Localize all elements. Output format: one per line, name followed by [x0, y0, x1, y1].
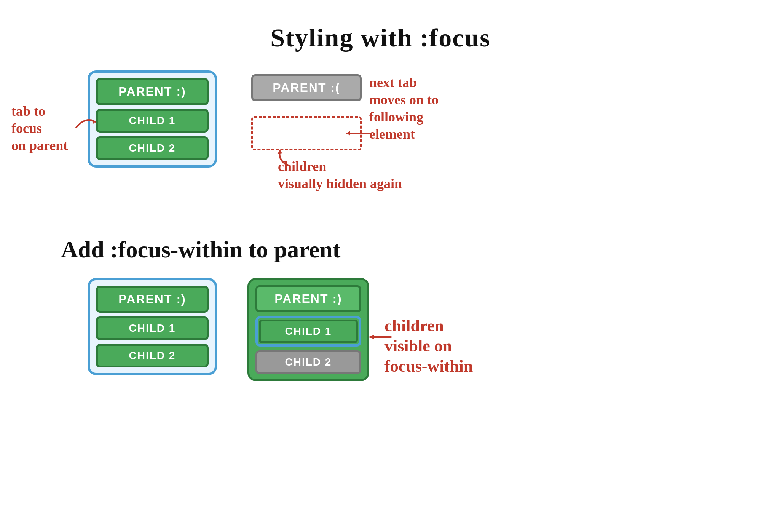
bottom-right-parent-label: PARENT :)	[274, 292, 342, 305]
bottom-right-child2-label: CHILD 2	[285, 356, 332, 368]
title-text: Styling with :focus	[270, 23, 490, 52]
bottom-right-parent-box: PARENT :)	[255, 285, 361, 312]
children-visible-text: children visible on focus-within	[384, 316, 473, 376]
bottom-right-container: PARENT :) CHILD 1 CHILD 2	[247, 278, 369, 381]
dashed-children-box	[251, 116, 362, 150]
top-right-parent-label: PARENT :(	[273, 81, 340, 94]
bottom-right-child1-label: CHILD 1	[285, 325, 332, 337]
children-hidden-annotation: children visually hidden again	[278, 158, 402, 192]
svg-marker-3	[370, 335, 374, 339]
bottom-right-child1-box: CHILD 1	[259, 320, 358, 343]
left-annotation-text: tab to focus on parent	[11, 103, 68, 154]
section2-title: Add :focus-within to parent	[61, 236, 340, 263]
svg-marker-2	[277, 150, 282, 154]
section2-title-text: Add :focus-within to parent	[61, 236, 340, 262]
tab-focus-annotation: tab to focus on parent	[11, 103, 68, 154]
bottom-left-child1-box: CHILD 1	[96, 316, 209, 340]
top-left-child1-label: CHILD 1	[129, 115, 176, 126]
top-left-parent-label: PARENT :)	[118, 85, 186, 98]
main-title: Styling with :focus	[270, 23, 490, 53]
bottom-left-child2-box: CHILD 2	[96, 344, 209, 367]
next-tab-annotation: next tab moves on to following element	[369, 74, 439, 143]
top-left-child2-label: CHILD 2	[129, 142, 176, 154]
children-visible-annotation: children visible on focus-within	[384, 316, 473, 376]
top-right-parent-box: PARENT :(	[251, 74, 362, 101]
bottom-right-child1-wrapper: CHILD 1	[255, 316, 361, 347]
top-left-child1-box: CHILD 1	[96, 109, 209, 133]
bottom-left-child1-label: CHILD 1	[129, 322, 176, 334]
top-left-child2-box: CHILD 2	[96, 136, 209, 160]
bottom-left-parent-box: PARENT :)	[96, 286, 209, 313]
bottom-right-child2-box: CHILD 2	[255, 350, 361, 374]
bottom-left-container: PARENT :) CHILD 1 CHILD 2	[88, 278, 217, 375]
bottom-left-parent-label: PARENT :)	[118, 292, 186, 306]
bottom-left-child2-label: CHILD 2	[129, 350, 176, 361]
next-tab-text: next tab moves on to following element	[369, 74, 439, 143]
top-left-parent-box: PARENT :)	[96, 78, 209, 105]
children-hidden-text: children visually hidden again	[278, 158, 402, 192]
top-left-container: PARENT :) CHILD 1 CHILD 2	[88, 70, 217, 168]
